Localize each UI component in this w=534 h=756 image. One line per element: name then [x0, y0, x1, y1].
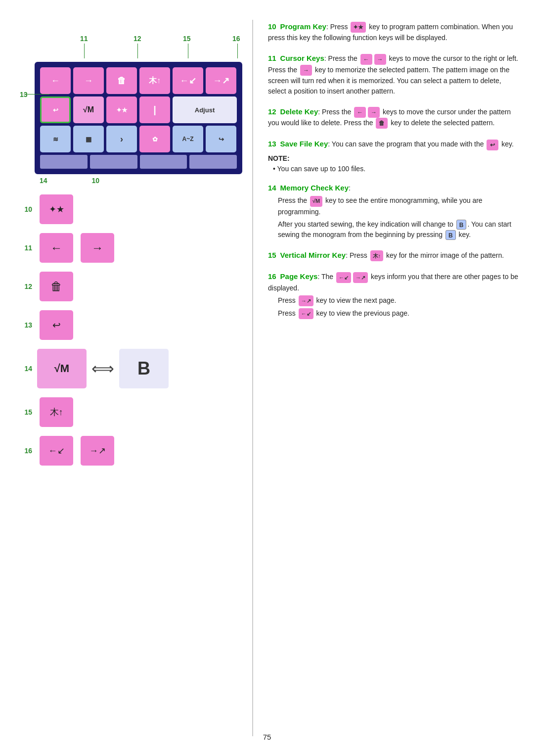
key-az: A~Z	[173, 126, 203, 152]
key-zigzag: ≋	[40, 126, 71, 152]
key-page-prev: ←↙	[173, 67, 203, 94]
illus-key-vm: √M	[37, 349, 87, 388]
sec-title-15: Vertical Mirror Key	[280, 251, 346, 259]
illus-key-b: B	[119, 349, 169, 388]
inline-key-del-right: →	[368, 107, 380, 118]
note-label: NOTE:	[268, 154, 290, 162]
key-curve: ↪	[206, 126, 236, 152]
label-16: 16	[232, 35, 240, 43]
key-arrow-right-2: ›	[106, 126, 137, 152]
keyboard-board: ← → 🗑 木↑ ←↙ →↗ ↩ √M ✦★ | Adjust	[35, 62, 242, 174]
right-column: 10 Program Key: Press ✦★ key to program …	[253, 20, 519, 736]
illus-key-page-next: →↗	[81, 436, 114, 466]
illus-arrow-double: ⟺	[91, 359, 114, 378]
section-10: 10 Program Key: Press ✦★ key to program …	[268, 21, 519, 43]
label-10-bottom: 10	[92, 177, 100, 185]
sec-num-16: 16	[268, 272, 276, 281]
inline-key-vm: √M	[310, 196, 322, 207]
sec-num-12: 12	[268, 107, 276, 116]
inline-key-pg-prev: ←↙	[336, 272, 351, 283]
illus-row-12: 12 🗑	[20, 272, 252, 301]
illus-row-14: 14 √M ⟺ B	[20, 349, 252, 388]
key-bottom-2	[90, 155, 137, 169]
illus-num-14: 14	[20, 365, 32, 373]
illus-row-13: 13 ↩	[20, 310, 252, 340]
sec-title-13: Save File Key	[280, 140, 328, 148]
illus-num-16: 16	[20, 447, 32, 455]
inline-key-cursor-right2: →	[300, 65, 312, 76]
sec-title-11: Cursor Keys	[280, 54, 324, 62]
key-mirror: 木↑	[139, 67, 170, 94]
sec-num-15: 15	[268, 251, 276, 259]
key-vm: √M	[73, 96, 104, 123]
sec-title-16: Page Keys	[280, 272, 318, 281]
sec-colon-10: :	[326, 23, 330, 31]
illus-key-left: ←	[40, 233, 73, 263]
inline-key-b2: B	[445, 230, 456, 240]
sec-colon-13: :	[328, 140, 332, 148]
label-13: 13	[20, 91, 28, 98]
illus-key-page-prev: ←↙	[40, 436, 73, 466]
section-11: 11 Cursor Keys: Press the ←→ keys to mov…	[268, 53, 519, 96]
key-bottom-4	[189, 155, 237, 169]
illus-row-10: 10 ✦★	[20, 194, 252, 224]
label-11: 11	[80, 35, 88, 43]
key-trash: 🗑	[106, 67, 137, 94]
keyboard-diagram: 11 12 15 16 13 ← → 🗑	[35, 35, 252, 185]
sec-title-14: Memory Check Key	[280, 184, 349, 192]
left-column: 11 12 15 16 13 ← → 🗑	[15, 20, 252, 736]
key-page-next: →↗	[206, 67, 236, 94]
label-12: 12	[134, 35, 141, 43]
key-grid: ▦	[73, 126, 104, 152]
key-illustrations: 10 ✦★ 11 ← → 12 🗑 13 ↩ 14 √M	[20, 194, 252, 466]
label-15: 15	[183, 35, 191, 43]
key-vertical-bar: |	[139, 96, 170, 123]
key-program: ✦★	[106, 96, 137, 123]
key-adjust: Adjust	[173, 96, 237, 123]
illus-key-program: ✦★	[40, 194, 73, 224]
section-12: 12 Delete Key: Press the ←→ keys to move…	[268, 106, 519, 129]
illus-num-11: 11	[20, 244, 32, 252]
illus-key-save: ↩	[40, 310, 73, 340]
sec-num-13: 13	[268, 140, 276, 148]
note-bullet-save: • You can save up to 100 files.	[273, 165, 519, 173]
inline-key-cursor-left: ←	[360, 54, 372, 65]
section-16: 16 Page Keys: The ←↙→↗ keys inform you t…	[268, 271, 519, 319]
sec-colon-15: :	[346, 251, 350, 259]
key-bottom-3	[140, 155, 187, 169]
inline-key-pg-next: →↗	[353, 272, 368, 283]
sec-colon-14: :	[349, 184, 351, 192]
inline-key-pg-next2: →↗	[299, 295, 313, 306]
inline-key-program: ✦★	[351, 22, 366, 33]
inline-key-b: B	[456, 220, 467, 230]
illus-row-15: 15 木↑	[20, 397, 252, 427]
illus-row-11: 11 ← →	[20, 233, 252, 263]
key-flower: ✿	[139, 126, 170, 152]
inline-key-del-trash: 🗑	[376, 118, 388, 129]
sec-colon-12: :	[318, 108, 322, 116]
illus-key-mirror: 木↑	[40, 397, 73, 427]
key-arrow-right-1: →	[73, 67, 104, 94]
key-bottom-1	[40, 155, 88, 169]
page-number: 75	[263, 733, 271, 741]
inline-key-cursor-right: →	[374, 54, 386, 65]
inline-key-del-left: ←	[354, 107, 366, 118]
sec-num-14: 14	[268, 184, 276, 192]
sec-colon-16: :	[317, 273, 321, 281]
section-15: 15 Vertical Mirror Key: Press 木↑ key for…	[268, 250, 519, 261]
sec-num-11: 11	[268, 54, 276, 62]
inline-key-mirror: 木↑	[370, 250, 384, 261]
inline-key-pg-prev2: ←↙	[299, 308, 313, 319]
illus-key-trash: 🗑	[40, 272, 73, 301]
illus-num-10: 10	[20, 205, 32, 213]
sec-num-10: 10	[268, 22, 276, 31]
illus-num-15: 15	[20, 408, 32, 416]
sec-title-10: Program Key	[280, 22, 326, 31]
illus-num-12: 12	[20, 283, 32, 290]
label-14: 14	[40, 177, 47, 185]
illus-key-right: →	[81, 233, 114, 263]
section-13: 13 Save File Key: You can save the progr…	[268, 139, 519, 172]
illus-num-13: 13	[20, 321, 32, 329]
key-arrow-left-1: ←	[40, 67, 71, 94]
key-save: ↩	[40, 96, 71, 123]
